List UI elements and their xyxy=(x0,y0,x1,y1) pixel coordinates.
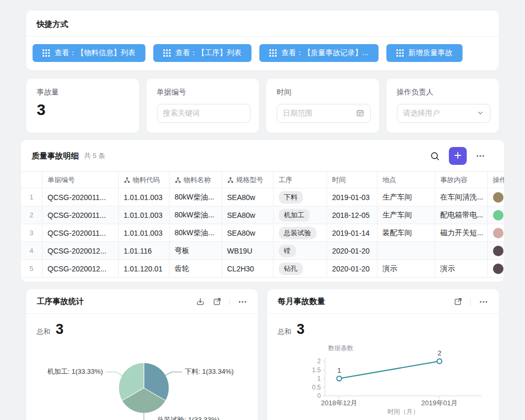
cell-doc-no: QCSG-2020011... xyxy=(42,206,118,224)
stat-card-incidents: 事故量 3 xyxy=(26,79,139,133)
column-header-label: 时间 xyxy=(332,175,346,185)
data-point-label: 1 xyxy=(337,366,341,374)
cell-date: 2018-12-05 xyxy=(327,206,377,224)
row-number: 5 xyxy=(21,260,42,278)
cell-spec: SEA80w xyxy=(222,188,273,206)
plus-icon xyxy=(454,151,462,161)
row-number: 1 xyxy=(21,188,42,206)
table-title: 质量事故明细 xyxy=(32,151,79,161)
line-chart-tools xyxy=(454,297,488,307)
y-tick-label: 1.5 xyxy=(312,366,321,374)
chevron-down-icon xyxy=(477,109,484,118)
cell-place: 演示 xyxy=(377,260,435,278)
cell-operator xyxy=(487,206,504,224)
more-icon[interactable] xyxy=(476,151,485,161)
column-header-8: 事故内容 xyxy=(435,172,487,188)
row-number: 4 xyxy=(21,242,42,260)
y-tick-label: 1 xyxy=(317,375,321,382)
pie-chart-header: 工序事故统计 xyxy=(26,289,258,313)
cell-material-code: 1.01.01.003 xyxy=(118,224,169,242)
column-header-9: 操作负责人 xyxy=(487,172,504,188)
monthly-count-card: 每月事故数量 xyxy=(267,289,499,420)
time-label: 时间 xyxy=(277,88,371,97)
line-series xyxy=(339,361,439,379)
open-in-new-icon[interactable] xyxy=(213,297,222,306)
add-record-button[interactable] xyxy=(449,147,467,165)
column-header-label: 操作负责人 xyxy=(493,175,505,185)
y-tick-label: 0.5 xyxy=(312,384,321,391)
cell-operator xyxy=(487,224,504,242)
shortcut-button-label: 查看：【物料信息】列表 xyxy=(55,48,135,58)
shortcut-buttons-row: 查看：【物料信息】列表查看：【工序】列表查看：【质量事故记录】...新增质量事故 xyxy=(26,37,499,70)
table-scroll-area[interactable]: 单据编号物料代码物料名称规格型号工序时间地点事故内容操作负责人 1QCSG-20… xyxy=(21,171,504,278)
shortcut-button-label: 查看：【质量事故记录】... xyxy=(281,48,369,58)
pie-label-line xyxy=(144,413,154,420)
cell-place: 生产车间 xyxy=(377,206,435,224)
relation-icon xyxy=(227,177,234,183)
cell-material-name: 齿轮 xyxy=(169,260,222,278)
open-in-new-icon[interactable] xyxy=(454,297,463,306)
shortcut-button-3[interactable]: 查看：【质量事故记录】... xyxy=(259,44,379,62)
pie-slice-label: 机加工: 1(33.33%) xyxy=(47,368,103,375)
export-icon[interactable] xyxy=(196,297,205,306)
cell-operator xyxy=(487,260,504,278)
cell-content: 在车间清洗... xyxy=(435,188,487,206)
column-header-2: 物料代码 xyxy=(118,172,169,188)
data-point-label: 2 xyxy=(437,349,441,357)
y-tick-label: 0 xyxy=(317,392,321,400)
cell-process: 下料 xyxy=(273,188,327,206)
avatar xyxy=(493,264,503,274)
process-tag: 钻孔 xyxy=(279,262,303,275)
relation-icon xyxy=(124,177,130,183)
relation-icon xyxy=(175,177,181,183)
grid-icon xyxy=(396,49,404,57)
operator-select[interactable]: 请选择用户 xyxy=(397,104,491,123)
cell-content: 演示 xyxy=(435,260,487,278)
line-chart-header: 每月事故数量 xyxy=(267,289,499,313)
row-number: 2 xyxy=(21,206,42,224)
table-row[interactable]: 1QCSG-2020011...1.01.01.00380kW柴油...SEA8… xyxy=(21,188,504,206)
cell-spec: CL2H30 xyxy=(222,260,273,278)
line-chart-body: 总和 3 数据条数00.511.522018年12月2019年01月时间（月）1… xyxy=(267,314,499,420)
data-point xyxy=(437,359,442,364)
shortcut-button-1[interactable]: 查看：【物料信息】列表 xyxy=(33,44,145,62)
pie-slice-label: 总装试验: 1(33.33%) xyxy=(156,416,219,420)
table-body: 1QCSG-2020011...1.01.01.00380kW柴油...SEA8… xyxy=(21,188,504,278)
x-tick-label: 2019年01月 xyxy=(421,399,457,407)
cell-material-code: 1.01.120.01 xyxy=(118,260,169,278)
cell-date: 2020-01-20 xyxy=(327,260,377,278)
doc-no-search-input[interactable]: 搜索关键词 xyxy=(157,104,251,123)
shortcut-button-4[interactable]: 新增质量事故 xyxy=(386,44,463,62)
cell-date: 2020-01-20 xyxy=(327,242,377,260)
column-header-7: 地点 xyxy=(377,172,435,188)
table-row[interactable]: 5QCSG-2020012...1.01.120.01齿轮CL2H30钻孔202… xyxy=(21,260,504,278)
shortcut-button-2[interactable]: 查看：【工序】列表 xyxy=(153,44,251,62)
cell-spec: WB19U xyxy=(222,242,273,260)
pie-total-value: 3 xyxy=(56,321,64,338)
cell-operator xyxy=(487,242,504,260)
cell-spec: SEA80w xyxy=(222,206,273,224)
pie-chart-title: 工序事故统计 xyxy=(37,297,84,307)
dashboard-page: 快捷方式 查看：【物料信息】列表查看：【工序】列表查看：【质量事故记录】...新… xyxy=(0,0,525,420)
column-header-1: 单据编号 xyxy=(42,172,118,188)
table-row[interactable]: 4QCSG-2020012...1.01.116弯板WB19U镗2020-01-… xyxy=(21,242,504,260)
table-row[interactable]: 2QCSG-2020011...1.01.01.00380kW柴油...SEA8… xyxy=(21,206,504,224)
more-icon[interactable] xyxy=(238,297,247,307)
doc-no-label: 单据编号 xyxy=(157,88,251,97)
pie-label-line xyxy=(165,372,182,376)
divider xyxy=(229,298,230,306)
y-tick-label: 2 xyxy=(317,358,321,365)
date-range-input[interactable]: 日期范围 xyxy=(277,104,371,123)
column-header-label: 物料代码 xyxy=(133,175,160,185)
grid-icon xyxy=(163,49,171,57)
search-icon[interactable] xyxy=(430,151,440,161)
cell-process: 总装试验 xyxy=(273,224,327,242)
table-row[interactable]: 3QCSG-2020011...1.01.01.00380kW柴油...SEA8… xyxy=(21,224,504,242)
more-icon[interactable] xyxy=(479,297,488,307)
column-header-label: 地点 xyxy=(383,175,396,185)
cell-place xyxy=(377,242,435,260)
pie-slice-label: 下料: 1(33.34%) xyxy=(185,368,234,375)
cell-date: 2019-01-03 xyxy=(327,188,377,206)
cell-process: 镗 xyxy=(273,242,327,260)
pie-chart-tools xyxy=(196,297,247,307)
